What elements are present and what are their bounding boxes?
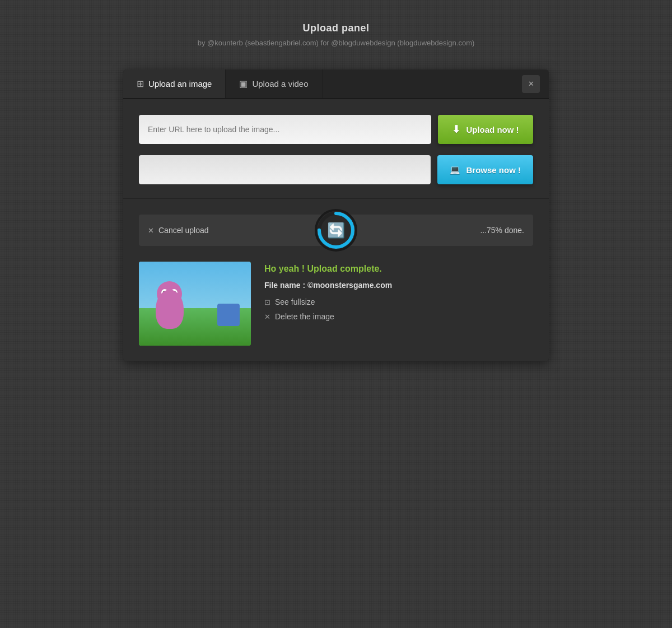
page-subtitle: by @kounterb (sebastiengabriel.com) for … [198, 39, 475, 47]
file-name: File name : ©moonstersgame.com [264, 281, 533, 290]
tab-upload-image[interactable]: ⊞ Upload an image [123, 69, 226, 98]
video-icon: ▣ [239, 78, 248, 89]
tab-upload-video[interactable]: ▣ Upload a video [226, 69, 322, 98]
fullsize-icon: ⊡ [264, 298, 270, 306]
see-fullsize-label: See fullsize [275, 297, 315, 306]
upload-now-button[interactable]: ⬇ Upload now ! [438, 115, 533, 144]
close-button[interactable]: ✕ [522, 75, 540, 93]
circular-progress: 🔄 [314, 208, 358, 253]
progress-section: ✕ Cancel upload ...75% done. 🔄 [139, 215, 533, 246]
cancel-label: Cancel upload [158, 226, 209, 235]
upload-complete-title: Ho yeah ! Upload complete. [264, 264, 533, 274]
cancel-upload-button[interactable]: ✕ Cancel upload [148, 226, 254, 235]
blue-cube [217, 304, 240, 326]
character [150, 278, 189, 329]
delete-image-link[interactable]: ✕ Delete the image [264, 312, 533, 321]
upload-now-label: Upload now ! [466, 125, 519, 134]
tab-video-label: Upload a video [252, 79, 308, 89]
browse-now-label: Browse now ! [466, 165, 521, 175]
page-title: Upload panel [302, 22, 369, 34]
url-input[interactable] [139, 115, 431, 144]
file-input-bar[interactable] [139, 155, 431, 184]
browse-now-button[interactable]: 💻 Browse now ! [437, 155, 533, 184]
tab-image-label: Upload an image [148, 79, 212, 89]
panel-body: ⬇ Upload now ! 💻 Browse now ! ✕ Cancel u… [123, 99, 549, 361]
url-upload-row: ⬇ Upload now ! [139, 115, 533, 144]
section-divider [123, 198, 549, 199]
upload-panel: ⊞ Upload an image ▣ Upload a video ✕ ⬇ U… [123, 69, 549, 361]
cancel-icon: ✕ [148, 226, 154, 235]
refresh-icon: 🔄 [327, 222, 345, 239]
upload-complete-section: Ho yeah ! Upload complete. File name : ©… [139, 262, 533, 346]
delete-image-label: Delete the image [275, 312, 334, 321]
uploaded-thumbnail [139, 262, 251, 346]
cloud-upload-icon: ⬇ [452, 123, 460, 136]
delete-icon: ✕ [264, 313, 270, 321]
browse-row: 💻 Browse now ! [139, 155, 533, 184]
tab-bar: ⊞ Upload an image ▣ Upload a video ✕ [123, 69, 549, 99]
image-icon: ⊞ [137, 78, 144, 89]
see-fullsize-link[interactable]: ⊡ See fullsize [264, 297, 533, 306]
upload-info: Ho yeah ! Upload complete. File name : ©… [264, 262, 533, 327]
laptop-icon: 💻 [450, 165, 460, 175]
progress-text: ...75% done. [435, 226, 524, 235]
